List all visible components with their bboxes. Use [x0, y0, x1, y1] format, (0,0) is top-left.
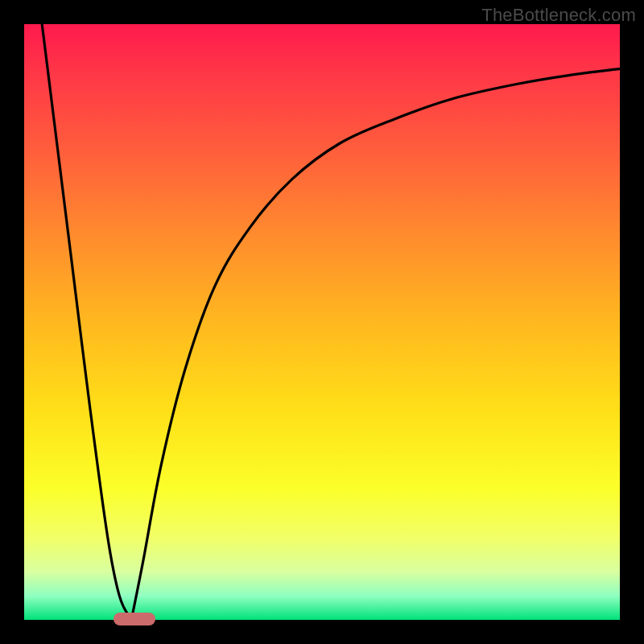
chart-frame: TheBottleneck.com [0, 0, 644, 644]
left-branch [42, 24, 131, 620]
right-branch [131, 69, 620, 621]
plot-area [24, 24, 620, 620]
watermark-text: TheBottleneck.com [481, 5, 636, 26]
curve-layer [24, 24, 620, 620]
optimum-marker [114, 613, 155, 625]
